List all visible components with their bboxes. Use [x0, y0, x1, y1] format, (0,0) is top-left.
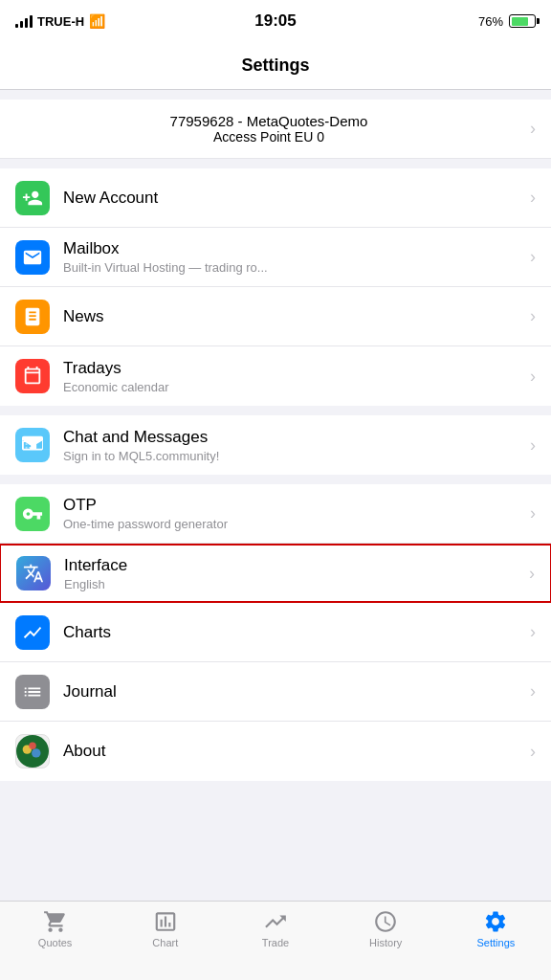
status-right: 76%: [478, 14, 536, 29]
interface-text: Interface English: [64, 556, 521, 591]
settings-item-new-account[interactable]: New Account ›: [0, 168, 551, 228]
journal-text: Journal: [63, 682, 522, 702]
otp-subtitle: One-time password generator: [63, 517, 522, 531]
chat-icon: [15, 428, 50, 462]
interface-subtitle: English: [64, 577, 521, 591]
page-header: Settings: [0, 42, 551, 90]
news-title: News: [63, 307, 522, 326]
tradays-chevron: ›: [530, 367, 536, 387]
carrier-label: TRUE-H: [37, 14, 84, 29]
tab-item-history[interactable]: History: [331, 909, 441, 948]
signal-icon: [15, 14, 33, 28]
interface-title: Interface: [64, 556, 521, 575]
tradays-text: Tradays Economic calendar: [63, 359, 522, 394]
chat-text: Chat and Messages Sign in to MQL5.commun…: [63, 428, 522, 463]
settings-item-otp[interactable]: OTP One-time password generator ›: [0, 484, 551, 544]
section-gap-1: [0, 159, 551, 168]
otp-title: OTP: [63, 496, 522, 515]
about-title: About: [63, 742, 522, 761]
account-line2: Access Point EU 0: [15, 129, 522, 145]
settings-section-3: OTP One-time password generator › Interf…: [0, 484, 551, 781]
charts-title: Charts: [63, 623, 522, 642]
chat-chevron: ›: [530, 435, 536, 456]
otp-text: OTP One-time password generator: [63, 496, 522, 531]
status-time: 19:05: [254, 11, 296, 31]
charts-chevron: ›: [530, 622, 536, 642]
charts-icon: [15, 615, 50, 650]
tradays-title: Tradays: [63, 359, 522, 378]
mailbox-icon: [15, 240, 50, 275]
settings-item-charts[interactable]: Charts ›: [0, 603, 551, 662]
tab-label-trade: Trade: [262, 937, 289, 948]
battery-percent: 76%: [478, 14, 503, 29]
settings-item-mailbox[interactable]: Mailbox Built-in Virtual Hosting — tradi…: [0, 228, 551, 287]
new-account-icon: [15, 181, 50, 215]
about-icon: [15, 734, 50, 768]
svg-point-3: [29, 743, 36, 750]
page-title: Settings: [241, 56, 309, 76]
mailbox-chevron: ›: [530, 247, 536, 267]
wifi-icon: 📶: [89, 13, 105, 29]
tab-label-history: History: [369, 937, 402, 948]
tab-label-settings: Settings: [477, 937, 516, 948]
tradays-subtitle: Economic calendar: [63, 380, 522, 394]
settings-section-2: Chat and Messages Sign in to MQL5.commun…: [0, 415, 551, 475]
tab-item-trade[interactable]: Trade: [220, 909, 330, 948]
interface-icon: [16, 556, 51, 590]
about-text: About: [63, 742, 522, 761]
settings-item-about[interactable]: About ›: [0, 722, 551, 781]
settings-section-1: New Account › Mailbox Built-in Virtual H…: [0, 168, 551, 406]
chat-title: Chat and Messages: [63, 428, 522, 447]
status-left: TRUE-H 📶: [15, 13, 105, 29]
about-chevron: ›: [530, 742, 536, 762]
new-account-title: New Account: [63, 189, 522, 208]
news-icon: [15, 300, 50, 334]
journal-title: Journal: [63, 682, 522, 702]
journal-icon: [15, 675, 50, 709]
interface-chevron: ›: [529, 564, 535, 584]
new-account-text: New Account: [63, 189, 522, 208]
section-gap-top: [0, 90, 551, 100]
account-row[interactable]: 77959628 - MetaQuotes-Demo Access Point …: [0, 100, 551, 159]
mailbox-text: Mailbox Built-in Virtual Hosting — tradi…: [63, 239, 522, 275]
settings-item-chat[interactable]: Chat and Messages Sign in to MQL5.commun…: [0, 415, 551, 475]
tab-label-quotes: Quotes: [38, 937, 72, 948]
settings-item-journal[interactable]: Journal ›: [0, 662, 551, 722]
news-text: News: [63, 307, 522, 326]
mailbox-subtitle: Built-in Virtual Hosting — trading ro...: [63, 260, 522, 275]
tradays-icon: [15, 359, 50, 393]
tab-bar-spacer: [0, 791, 551, 870]
status-bar: TRUE-H 📶 19:05 76%: [0, 0, 551, 42]
account-info: 77959628 - MetaQuotes-Demo Access Point …: [15, 113, 522, 145]
journal-chevron: ›: [530, 681, 536, 702]
account-line1: 77959628 - MetaQuotes-Demo: [15, 113, 522, 129]
otp-icon: [15, 497, 50, 531]
chat-subtitle: Sign in to MQL5.community!: [63, 449, 522, 463]
tab-label-chart: Chart: [152, 937, 178, 948]
battery-icon: [509, 14, 536, 28]
settings-item-interface[interactable]: Interface English ›: [0, 544, 551, 603]
settings-item-tradays[interactable]: Tradays Economic calendar ›: [0, 346, 551, 406]
news-chevron: ›: [530, 306, 536, 326]
mailbox-title: Mailbox: [63, 239, 522, 258]
tab-item-chart[interactable]: Chart: [110, 909, 220, 948]
tab-item-quotes[interactable]: Quotes: [0, 909, 110, 948]
tab-item-settings[interactable]: Settings: [441, 909, 551, 948]
charts-text: Charts: [63, 623, 522, 642]
svg-point-2: [32, 748, 40, 757]
tab-bar: Quotes Chart Trade History Settings: [0, 901, 551, 980]
settings-item-news[interactable]: News ›: [0, 287, 551, 346]
otp-chevron: ›: [530, 503, 536, 523]
new-account-chevron: ›: [530, 188, 536, 208]
account-chevron: ›: [530, 119, 536, 139]
